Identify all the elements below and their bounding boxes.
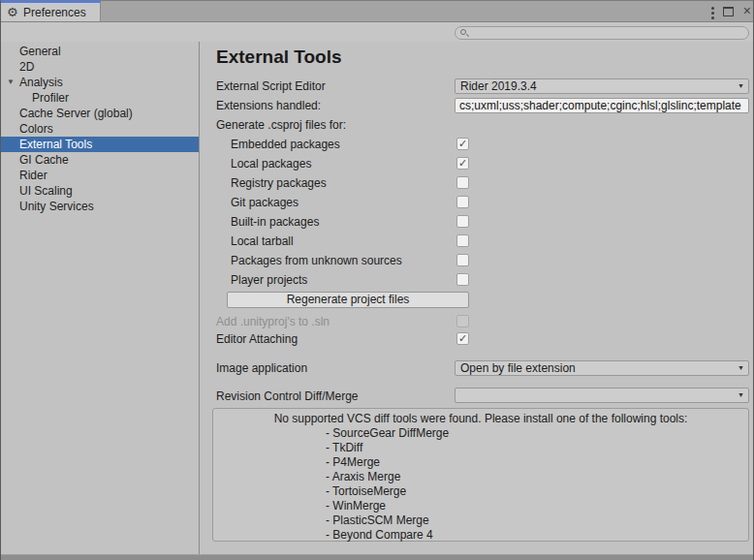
script-editor-dropdown[interactable]: Rider 2019.3.4 ▼	[455, 78, 749, 94]
registry-packages-label: Registry packages	[231, 175, 327, 191]
toolbar	[1, 21, 753, 42]
chevron-down-icon: ▼	[738, 82, 744, 90]
sidebar-item-ui-scaling[interactable]: UI Scaling	[1, 183, 199, 199]
script-editor-value: Rider 2019.3.4	[460, 79, 537, 93]
search-input[interactable]	[455, 26, 749, 40]
tab-title: Preferences	[23, 6, 86, 19]
preferences-window: ⚙ Preferences × General 2D ▼Analysis Pro…	[0, 0, 754, 560]
foldout-arrow-icon[interactable]: ▼	[7, 75, 15, 90]
page-title: External Tools	[216, 47, 342, 68]
sidebar-item-unity-services[interactable]: Unity Services	[1, 199, 199, 214]
player-projects-checkbox[interactable]	[456, 273, 469, 286]
editor-attaching-checkbox[interactable]: ✓	[456, 332, 469, 345]
chevron-down-icon: ▼	[738, 391, 744, 399]
sidebar-item-2d[interactable]: 2D	[1, 59, 199, 75]
sidebar: General 2D ▼Analysis Profiler Cache Serv…	[1, 42, 200, 555]
menu-icon[interactable]	[711, 7, 714, 10]
script-editor-label: External Script Editor	[216, 78, 326, 94]
content-area: General 2D ▼Analysis Profiler Cache Serv…	[1, 42, 754, 555]
vcs-tool-item: - TkDiff	[213, 441, 748, 455]
git-packages-label: Git packages	[231, 195, 298, 210]
sidebar-item-colors[interactable]: Colors	[1, 121, 199, 137]
revision-control-label: Revision Control Diff/Merge	[216, 389, 359, 404]
image-application-value: Open by file extension	[460, 361, 576, 375]
window-bottom-edge	[1, 554, 753, 560]
local-packages-checkbox[interactable]: ✓	[456, 157, 469, 170]
vcs-tool-item: - Araxis Merge	[213, 470, 748, 484]
extensions-input[interactable]: cs;uxml;uss;shader;compute;cginc;hlsl;gl…	[455, 98, 749, 113]
builtin-packages-checkbox[interactable]	[456, 215, 469, 228]
gear-icon: ⚙	[7, 4, 18, 21]
sidebar-item-cache-server[interactable]: Cache Server (global)	[1, 106, 199, 121]
unknown-sources-label: Packages from unknown sources	[231, 253, 402, 268]
sidebar-item-rider[interactable]: Rider	[1, 168, 199, 183]
sidebar-item-general[interactable]: General	[1, 44, 199, 59]
vcs-tool-item: - P4Merge	[213, 455, 748, 470]
sidebar-item-analysis[interactable]: ▼Analysis	[1, 75, 199, 90]
editor-attaching-label: Editor Attaching	[216, 331, 298, 347]
generate-csproj-label: Generate .csproj files for:	[216, 117, 346, 133]
vcs-tool-item: - TortoiseMerge	[213, 484, 748, 499]
regenerate-project-files-button[interactable]: Regenerate project files	[227, 292, 469, 308]
vcs-tool-item: - PlasticSCM Merge	[213, 513, 748, 528]
maximize-icon[interactable]	[723, 7, 734, 16]
local-tarball-checkbox[interactable]	[456, 234, 469, 247]
image-application-label: Image application	[216, 360, 307, 376]
add-unityproj-label: Add .unityproj's to .sln	[216, 314, 330, 329]
embedded-packages-checkbox[interactable]: ✓	[456, 138, 469, 150]
image-application-dropdown[interactable]: Open by file extension ▼	[455, 360, 749, 376]
add-unityproj-checkbox	[456, 315, 469, 327]
git-packages-checkbox[interactable]	[456, 196, 469, 208]
sidebar-item-label: Analysis	[19, 76, 63, 89]
vcs-tool-item: - Beyond Compare 4	[213, 528, 748, 543]
preferences-tab[interactable]: ⚙ Preferences	[1, 1, 101, 21]
search-icon	[460, 29, 466, 35]
local-packages-label: Local packages	[231, 156, 311, 171]
local-tarball-label: Local tarball	[231, 233, 294, 249]
builtin-packages-label: Built-in packages	[231, 214, 319, 230]
extensions-label: Extensions handled:	[216, 98, 321, 113]
vcs-tool-item: - SourceGear DiffMerge	[213, 426, 748, 441]
title-bar: ⚙ Preferences ×	[1, 1, 753, 21]
registry-packages-checkbox[interactable]	[456, 176, 469, 189]
main-panel: External Tools External Script Editor Ri…	[201, 42, 754, 555]
sidebar-item-gi-cache[interactable]: GI Cache	[1, 152, 199, 168]
player-projects-label: Player projects	[231, 272, 307, 288]
chevron-down-icon: ▼	[738, 364, 744, 372]
close-icon[interactable]: ×	[743, 3, 751, 19]
vcs-notice-box: No supported VCS diff tools were found. …	[212, 408, 749, 542]
vcs-notice-intro: No supported VCS diff tools were found. …	[213, 412, 748, 426]
revision-control-dropdown[interactable]: ▼	[455, 388, 749, 403]
vcs-tool-item: - WinMerge	[213, 499, 748, 513]
unknown-sources-checkbox[interactable]	[456, 254, 469, 266]
sidebar-item-external-tools[interactable]: External Tools	[1, 137, 199, 152]
embedded-packages-label: Embedded packages	[231, 137, 340, 152]
sidebar-item-profiler[interactable]: Profiler	[1, 90, 199, 106]
